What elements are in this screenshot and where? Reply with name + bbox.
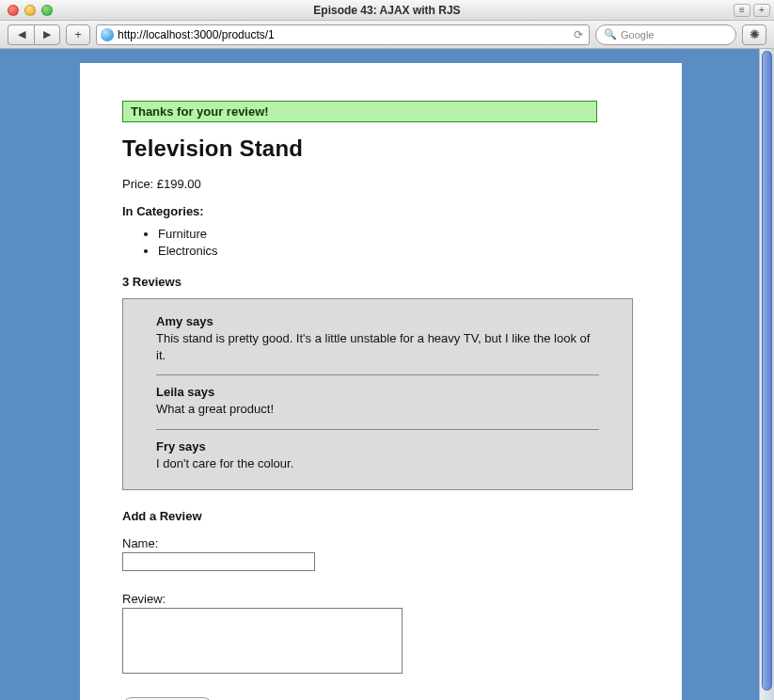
review-author: Amy says [156, 314, 599, 328]
review-label: Review: [122, 592, 640, 606]
add-comment-button[interactable]: Add comment [122, 697, 213, 700]
product-price: Price: £199.00 [122, 177, 640, 191]
reviews-box: Amy says This stand is pretty good. It's… [122, 298, 633, 489]
page-content: Thanks for your review! Television Stand… [80, 63, 682, 700]
review-author: Leila says [156, 385, 599, 399]
url-text: http://localhost:3000/products/1 [118, 28, 568, 41]
browser-viewport: Thanks for your review! Television Stand… [0, 49, 774, 700]
list-item: Electronics [158, 243, 640, 260]
vertical-scrollbar[interactable] [759, 49, 774, 700]
search-placeholder: Google [621, 29, 654, 40]
bug-button[interactable]: ✺ [742, 24, 766, 45]
window-titlebar: Episode 43: AJAX with RJS ≡ + [0, 0, 774, 21]
review-body: What a great product! [156, 401, 599, 418]
zoom-window-button[interactable] [41, 5, 53, 16]
categories-list: Furniture Electronics [122, 226, 640, 260]
url-bar[interactable]: http://localhost:3000/products/1 ⟳ [96, 24, 590, 45]
forward-button[interactable]: ▶ [34, 24, 60, 45]
window-title: Episode 43: AJAX with RJS [0, 4, 774, 17]
review-item: Leila says What a great product! [156, 375, 599, 430]
scrollbar-thumb[interactable] [762, 51, 772, 691]
site-icon [101, 28, 114, 41]
review-author: Fry says [156, 439, 599, 453]
reload-icon[interactable]: ⟳ [572, 28, 585, 41]
review-item: Fry says I don't care for the colour. [156, 430, 599, 472]
close-window-button[interactable] [8, 5, 19, 16]
search-icon: 🔍 [604, 28, 617, 40]
browser-toolbar: ◀ ▶ + http://localhost:3000/products/1 ⟳… [0, 21, 774, 49]
reviews-heading: 3 Reviews [122, 275, 640, 289]
review-body: This stand is pretty good. It's a little… [156, 330, 599, 363]
add-review-heading: Add a Review [122, 509, 640, 523]
flash-notice: Thanks for your review! [122, 101, 597, 122]
review-item: Amy says This stand is pretty good. It's… [156, 310, 599, 375]
search-bar[interactable]: 🔍 Google [595, 24, 736, 45]
back-button[interactable]: ◀ [8, 24, 34, 45]
toolbar-toggle-button[interactable]: ≡ [734, 4, 750, 17]
name-input[interactable] [122, 552, 315, 571]
minimize-window-button[interactable] [24, 5, 36, 16]
review-body: I don't care for the colour. [156, 455, 599, 472]
review-textarea[interactable] [122, 608, 403, 674]
new-tab-button[interactable]: + [753, 4, 770, 17]
name-label: Name: [122, 536, 640, 550]
categories-heading: In Categories: [122, 204, 640, 218]
product-title: Television Stand [122, 135, 640, 162]
add-bookmark-button[interactable]: + [66, 24, 90, 45]
list-item: Furniture [158, 226, 640, 243]
